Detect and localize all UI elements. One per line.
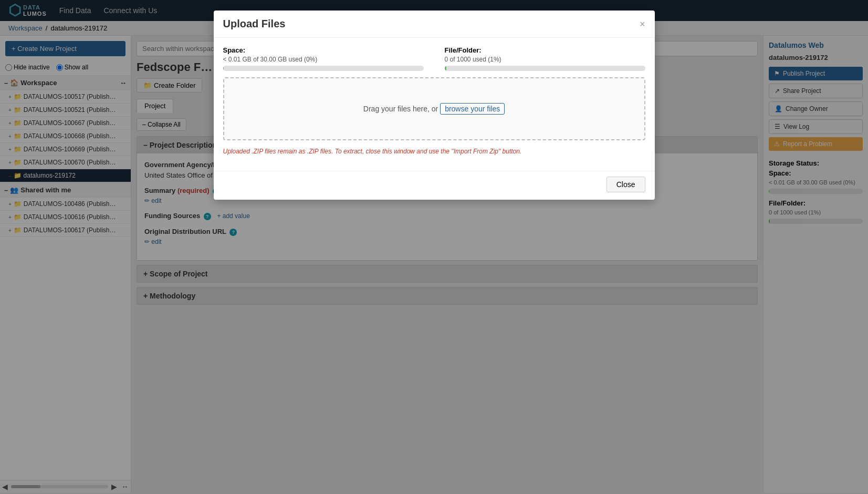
- modal-file-fill: [445, 66, 447, 71]
- modal-stat-space: Space: < 0.01 GB of 30.00 GB used (0%): [223, 46, 424, 71]
- file-drop-zone[interactable]: Drag your files here, or browse your fil…: [223, 77, 645, 140]
- upload-modal: Upload Files × Space: < 0.01 GB of 30.00…: [214, 11, 655, 200]
- modal-stat-file: File/Folder: 0 of 1000 used (1%): [445, 46, 645, 71]
- modal-close-btn[interactable]: Close: [606, 177, 645, 192]
- modal-body: Space: < 0.01 GB of 30.00 GB used (0%) F…: [214, 38, 655, 171]
- modal-file-value: 0 of 1000 used (1%): [445, 56, 645, 63]
- modal-footer: Close: [214, 171, 655, 200]
- modal-file-progress: [445, 66, 645, 71]
- browse-files-link[interactable]: browse your files: [440, 103, 505, 115]
- modal-space-progress: [223, 66, 424, 71]
- modal-note: Uploaded .ZIP files remain as .ZIP files…: [223, 148, 645, 155]
- modal-overlay: Upload Files × Space: < 0.01 GB of 30.00…: [0, 0, 868, 493]
- modal-space-fill: [223, 66, 224, 71]
- modal-close-button[interactable]: ×: [640, 19, 645, 29]
- modal-title: Upload Files: [223, 18, 286, 30]
- modal-stats: Space: < 0.01 GB of 30.00 GB used (0%) F…: [223, 46, 645, 71]
- modal-space-label: Space:: [223, 46, 424, 54]
- modal-space-value: < 0.01 GB of 30.00 GB used (0%): [223, 56, 424, 63]
- modal-file-label: File/Folder:: [445, 46, 645, 54]
- drop-zone-text: Drag your files here, or browse your fil…: [363, 105, 505, 113]
- modal-header: Upload Files ×: [214, 11, 655, 38]
